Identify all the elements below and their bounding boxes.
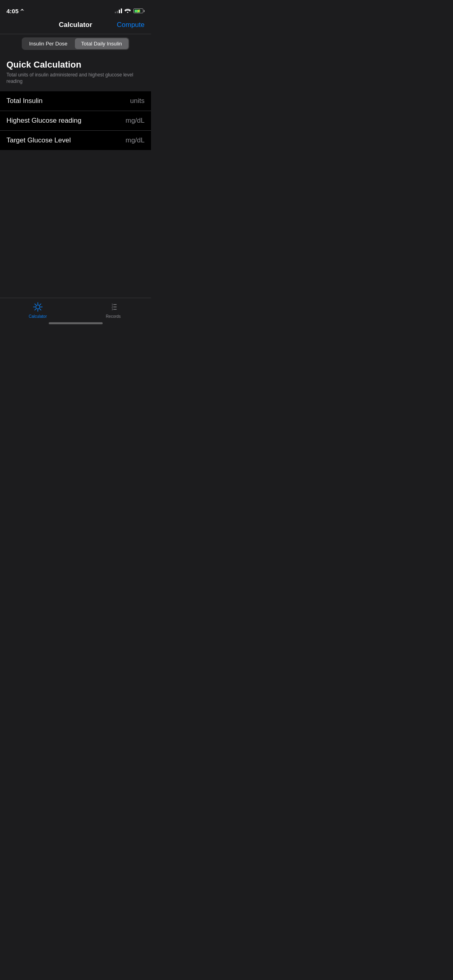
segment-insulin-per-dose[interactable]: Insulin Per Dose xyxy=(23,38,74,49)
compute-button[interactable]: Compute xyxy=(117,21,145,29)
status-bar: 4:05 ⚡ xyxy=(0,0,151,18)
svg-text:3: 3 xyxy=(112,308,113,311)
section-header: Quick Calculation Total units of insulin… xyxy=(0,56,151,87)
segment-total-daily-insulin[interactable]: Total Daily Insulin xyxy=(75,38,128,49)
total-insulin-row[interactable]: Total Insulin units xyxy=(0,91,151,111)
status-time: 4:05 xyxy=(6,8,24,14)
signal-icon xyxy=(115,8,122,13)
svg-line-5 xyxy=(35,304,36,305)
time-display: 4:05 xyxy=(6,8,19,14)
total-insulin-unit: units xyxy=(130,97,145,105)
section-title: Quick Calculation xyxy=(6,60,145,70)
svg-line-7 xyxy=(40,304,41,305)
location-icon xyxy=(20,9,24,13)
svg-point-0 xyxy=(36,305,40,309)
records-tab-icon: 1 2 3 xyxy=(108,301,119,313)
highest-glucose-label: Highest Glucose reading xyxy=(6,117,81,125)
calculator-tab-icon xyxy=(32,301,43,313)
segment-control: Insulin Per Dose Total Daily Insulin xyxy=(22,37,129,50)
highest-glucose-unit: mg/dL xyxy=(126,117,145,125)
target-glucose-label: Target Glucose Level xyxy=(6,136,71,144)
page-title: Calculator xyxy=(59,21,92,29)
target-glucose-unit: mg/dL xyxy=(126,136,145,144)
records-tab-label: Records xyxy=(106,314,121,319)
highest-glucose-row[interactable]: Highest Glucose reading mg/dL xyxy=(0,111,151,131)
tab-calculator[interactable]: Calculator xyxy=(0,298,76,319)
battery-icon: ⚡ xyxy=(133,8,145,13)
tab-records[interactable]: 1 2 3 Records xyxy=(76,298,151,319)
total-insulin-label: Total Insulin xyxy=(6,97,43,105)
svg-line-8 xyxy=(35,309,36,310)
wifi-icon xyxy=(124,7,131,14)
status-icons: ⚡ xyxy=(115,7,145,14)
calculator-tab-label: Calculator xyxy=(29,314,47,319)
segment-container: Insulin Per Dose Total Daily Insulin xyxy=(0,34,151,56)
home-indicator xyxy=(49,322,103,324)
target-glucose-row[interactable]: Target Glucose Level mg/dL xyxy=(0,131,151,150)
svg-line-6 xyxy=(40,309,41,310)
input-group: Total Insulin units Highest Glucose read… xyxy=(0,91,151,150)
section-subtitle: Total units of insulin administered and … xyxy=(6,72,145,85)
nav-bar: Calculator Compute xyxy=(0,18,151,34)
